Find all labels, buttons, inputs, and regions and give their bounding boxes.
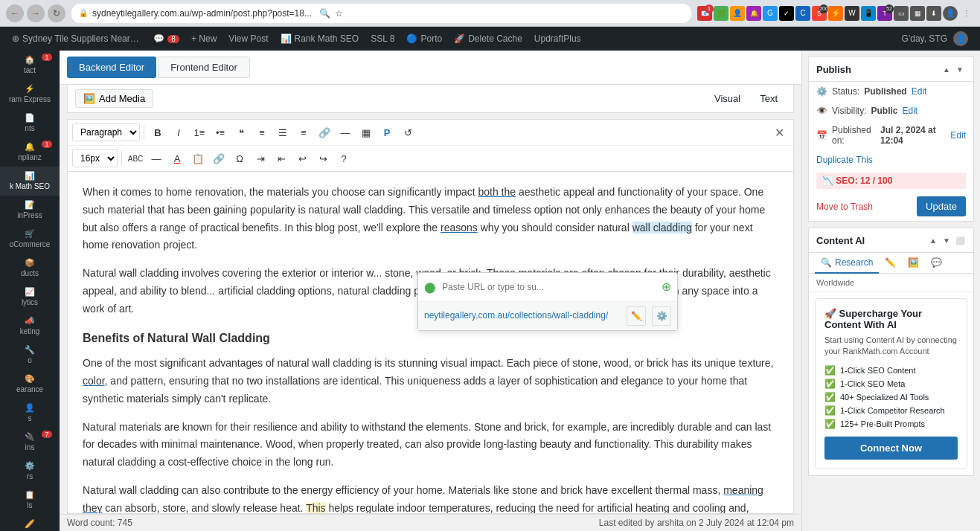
blockquote-button[interactable]: ❝ [231,123,251,142]
link-popup-input[interactable] [442,282,656,292]
sidebar-item-math-seo[interactable]: 📊 k Math SEO [0,167,60,196]
site-name-item[interactable]: ⊕ Sydney Tile Suppliers Near Me - Sydney… [6,27,147,51]
italic-button[interactable]: I [169,123,188,142]
help-button[interactable]: ? [334,149,353,168]
ext-icon-12[interactable]: T 52 [877,6,892,21]
sidebar-item-tact[interactable]: 🏠 tact 1 [0,51,60,80]
status-edit-link[interactable]: Edit [912,86,927,97]
align-right-button[interactable]: ≡ [294,123,313,142]
move-trash-link[interactable]: Move to Trash [816,202,873,212]
content-ai-expand-btn[interactable]: ⬜ [954,234,966,246]
images-tab[interactable]: 🖼️ [902,253,925,274]
menu-icon[interactable]: ⋮ [959,6,974,21]
redo-button[interactable]: ↪ [313,149,333,168]
update-button[interactable]: Update [917,196,966,216]
ext-icon-14[interactable]: ▦ [910,6,925,21]
ext-icon-10[interactable]: W [845,6,859,21]
sidebar-item-keting[interactable]: 📣 keting [0,312,60,341]
collapse-down-btn[interactable]: ▼ [954,63,966,75]
refresh-button[interactable]: ↻ [48,4,65,22]
ext-icon-7[interactable]: C [795,6,810,21]
rank-math-item[interactable]: 📊 Rank Math SEO [275,27,365,51]
undo-button[interactable]: ↩ [292,149,312,168]
link2-button[interactable]: 🔗 [209,149,228,168]
add-media-button[interactable]: 🖼️ Add Media [75,89,153,108]
link-settings-button[interactable]: ⚙️ [652,306,671,326]
ext-icon-8[interactable]: S 200 [812,6,827,21]
font-size-select[interactable]: 16px [72,149,118,167]
visual-tab[interactable]: Visual [706,89,749,108]
more-button[interactable]: — [336,123,355,142]
sidebar-item-earance[interactable]: 🎨 earance [0,370,60,399]
content-ai-up-btn[interactable]: ▲ [927,234,939,246]
omega-button[interactable]: Ω [230,149,249,168]
ssl-item[interactable]: SSL 8 [365,27,400,51]
text-tab[interactable]: Text [752,89,786,108]
ext-icon-1[interactable]: 📧 1 [697,6,712,21]
research-tab[interactable]: 🔍 Research [815,253,879,274]
ext-icon-4[interactable]: 🔔 [746,6,761,21]
sidebar-item-ocommerce[interactable]: 🛒 oCommerce [0,225,60,254]
table-button[interactable]: ▦ [356,123,376,142]
dash-button[interactable]: — [147,149,166,168]
abc-button[interactable]: ABC [126,149,145,168]
chat-tab[interactable]: 💬 [925,253,948,274]
duplicate-link[interactable]: Duplicate This [816,155,873,165]
sidebar-item-ram-express[interactable]: ⚡ ram Express [0,80,60,109]
indent-button[interactable]: ⇥ [251,149,270,168]
sidebar-item-rs[interactable]: ⚙️ rs [0,457,60,486]
sidebar-item-bakery-page[interactable]: 🥖 Bakery Page [0,515,60,531]
link-edit-button[interactable]: ✏️ [627,306,646,326]
published-edit-link[interactable]: Edit [950,130,966,141]
sidebar-item-ins[interactable]: 🔌 ins 7 [0,428,60,457]
content-ai-down-btn[interactable]: ▼ [941,234,952,246]
ext-icon-5[interactable]: G [763,6,778,21]
text-color-button[interactable]: A [167,149,187,168]
porto-item[interactable]: 🔵 Porto [400,27,448,51]
ext-icon-2[interactable]: 🌿 [714,6,728,21]
address-bar[interactable]: 🔒 sydneytilegallery.com.au/wp-admin/post… [71,4,691,23]
new-item[interactable]: + New [185,27,222,51]
user-avatar[interactable]: 👤 [943,6,958,21]
sidebar-item-inpress[interactable]: 📝 inPress [0,196,60,225]
visibility-edit-link[interactable]: Edit [902,106,917,116]
ext-icon-6[interactable]: ✓ [779,6,794,21]
align-center-button[interactable]: ☰ [273,123,292,142]
outdent-button[interactable]: ⇤ [272,149,291,168]
delete-cache-item[interactable]: 🚀 Delete Cache [448,27,528,51]
forward-button[interactable]: → [27,4,45,22]
ext-icon-3[interactable]: 👤 [730,6,745,21]
collapse-up-btn[interactable]: ▲ [941,63,952,75]
bold-button[interactable]: B [148,123,167,142]
sidebar-item-ls[interactable]: 📋 ls [0,486,60,515]
sidebar-item-s[interactable]: 👤 s [0,399,60,428]
backend-editor-button[interactable]: Backend Editor [67,57,156,78]
frontend-editor-button[interactable]: Frontend Editor [158,57,250,78]
toolbar-close-button[interactable]: ✕ [769,123,789,142]
ext-icon-13[interactable]: ▭ [894,6,909,21]
format-select[interactable]: Paragraph [72,123,140,141]
connect-now-button[interactable]: Connect Now [824,437,958,460]
sidebar-item-o[interactable]: 🔧 o [0,341,60,370]
ordered-list-button[interactable]: 1≡ [190,123,209,142]
greeting-item[interactable]: G'day, STG 👤 [896,27,974,51]
ext-icon-9[interactable]: ⚡ [828,6,843,21]
unordered-list-button[interactable]: •≡ [211,123,230,142]
view-post-item[interactable]: View Post [222,27,274,51]
comments-item[interactable]: 💬 8 [147,27,185,51]
sidebar-item-ducts[interactable]: 📦 ducts [0,254,60,283]
updraftplus-item[interactable]: UpdraftPlus [528,27,587,51]
sidebar-item-nts[interactable]: 📄 nts [0,109,60,138]
back-button[interactable]: ← [6,4,24,22]
sidebar-item-nplianz[interactable]: 🔔 nplianz 1 [0,138,60,167]
write-tab[interactable]: ✏️ [879,253,902,274]
ext-icon-11[interactable]: 📱 [861,6,876,21]
sidebar-item-lytics[interactable]: 📈 lytics [0,283,60,312]
ext-icon-15[interactable]: ⬇ [926,6,941,21]
editor-content-area[interactable]: When it comes to home renovation, the ma… [67,172,794,514]
p-button[interactable]: P [377,123,397,142]
refresh-btn[interactable]: ↺ [398,123,417,142]
align-left-button[interactable]: ≡ [252,123,272,142]
link-button[interactable]: 🔗 [315,123,334,142]
paste-button[interactable]: 📋 [188,149,208,168]
